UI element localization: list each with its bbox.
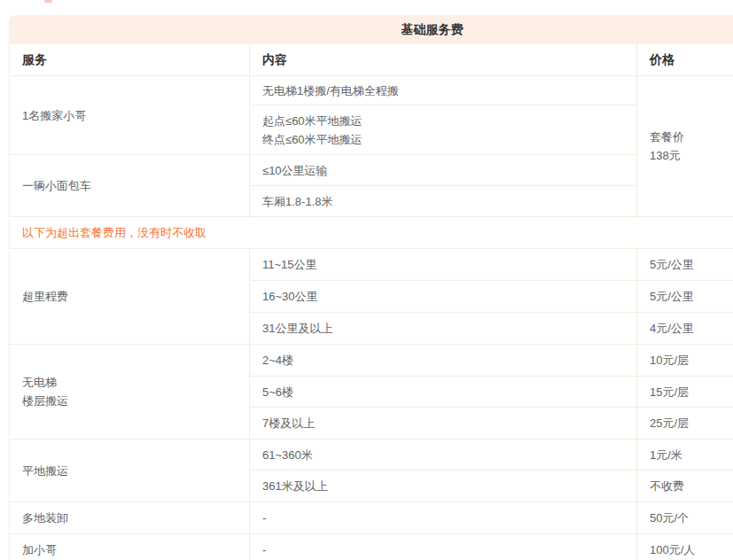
content-cell: 11~15公里 bbox=[250, 249, 637, 281]
table-row: 平地搬运 61~360米 1元/米 bbox=[10, 439, 733, 471]
price-cell: 5元/公里 bbox=[637, 249, 733, 281]
table-header-row: 服务 内容 价格 bbox=[10, 44, 733, 76]
price-cell: 25元/层 bbox=[637, 408, 733, 439]
price-cell: 4元/公里 bbox=[637, 313, 733, 345]
col-header-service: 服务 bbox=[10, 44, 250, 76]
service-cell-mover: 1名搬家小哥 bbox=[10, 76, 250, 155]
content-cell: 无电梯1楼搬/有电梯全程搬 bbox=[250, 76, 637, 105]
content-cell: 361米及以上 bbox=[250, 471, 637, 502]
pricing-card: 基础服务费 服务 内容 价格 1名搬家小哥 无电梯1楼搬/有电梯全程搬 套餐价 … bbox=[9, 15, 733, 560]
content-cell: 16~30公里 bbox=[250, 281, 637, 313]
table-row: 超里程费 11~15公里 5元/公里 bbox=[10, 249, 733, 281]
package-price-cell: 套餐价 138元 bbox=[637, 76, 733, 217]
content-cell: 7楼及以上 bbox=[250, 408, 637, 439]
price-cell: 15元/层 bbox=[637, 377, 733, 408]
card-title: 基础服务费 bbox=[9, 15, 733, 44]
table-row: 1名搬家小哥 无电梯1楼搬/有电梯全程搬 套餐价 138元 bbox=[10, 76, 733, 105]
table-row: 加小哥 - 100元/人 bbox=[10, 534, 733, 560]
content-cell: 61~360米 bbox=[250, 439, 637, 471]
top-edge-marker bbox=[44, 0, 52, 3]
col-header-content: 内容 bbox=[250, 44, 637, 76]
price-cell: 1元/米 bbox=[637, 439, 733, 471]
content-cell: - bbox=[250, 534, 637, 560]
content-cell: 5~6楼 bbox=[250, 377, 637, 408]
content-cell: 起点≤60米平地搬运 终点≤60米平地搬运 bbox=[250, 105, 637, 155]
content-cell: 31公里及以上 bbox=[250, 313, 637, 345]
content-cell: 2~4楼 bbox=[250, 345, 637, 377]
price-cell: 10元/层 bbox=[637, 345, 733, 377]
notice-row: 以下为超出套餐费用，没有时不收取 bbox=[10, 217, 733, 249]
price-cell: 50元/个 bbox=[637, 502, 733, 534]
content-cell: - bbox=[250, 502, 637, 534]
content-cell: ≤10公里运输 bbox=[250, 155, 637, 186]
col-header-price: 价格 bbox=[637, 44, 733, 76]
table-row: 无电梯 楼层搬运 2~4楼 10元/层 bbox=[10, 345, 733, 377]
extra-fees-notice: 以下为超出套餐费用，没有时不收取 bbox=[10, 217, 733, 249]
price-cell: 5元/公里 bbox=[637, 281, 733, 313]
price-cell: 100元/人 bbox=[637, 534, 733, 560]
page: 基础服务费 服务 内容 价格 1名搬家小哥 无电梯1楼搬/有电梯全程搬 套餐价 … bbox=[0, 0, 733, 560]
service-cell-over-mileage: 超里程费 bbox=[10, 249, 250, 345]
table-row: 多地装卸 - 50元/个 bbox=[10, 502, 733, 534]
service-cell-flat-ground: 平地搬运 bbox=[10, 439, 250, 502]
service-cell-van: 一辆小面包车 bbox=[10, 155, 250, 217]
pricing-table: 服务 内容 价格 1名搬家小哥 无电梯1楼搬/有电梯全程搬 套餐价 138元 起… bbox=[9, 44, 733, 560]
price-cell: 不收费 bbox=[637, 471, 733, 502]
service-cell-no-elevator: 无电梯 楼层搬运 bbox=[10, 345, 250, 439]
service-cell-multi-stop: 多地装卸 bbox=[10, 502, 250, 534]
service-cell-extra-mover: 加小哥 bbox=[10, 534, 250, 560]
content-cell: 车厢1.8-1.8米 bbox=[250, 186, 637, 217]
table-row: 一辆小面包车 ≤10公里运输 bbox=[10, 155, 733, 186]
